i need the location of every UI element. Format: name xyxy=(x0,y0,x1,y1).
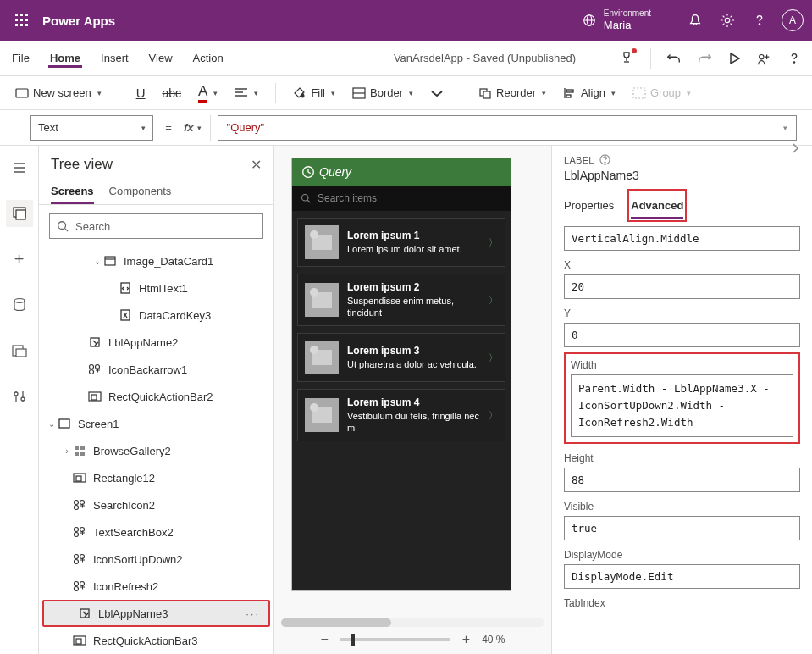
svg-rect-26 xyxy=(566,95,571,97)
tree-item-label: DataCardKey3 xyxy=(139,309,211,322)
tab-screens[interactable]: Screens xyxy=(51,180,94,204)
align-button[interactable]: Align▾ xyxy=(563,86,616,99)
fx-icon[interactable]: fx▾ xyxy=(184,115,211,141)
tree-item-icon xyxy=(88,363,102,376)
settings-icon[interactable] xyxy=(717,10,737,30)
field-x[interactable]: 20 xyxy=(564,274,800,299)
svg-rect-25 xyxy=(566,90,573,92)
app-preview[interactable]: Query Search items Lorem ipsum 1Lorem ip… xyxy=(291,158,511,591)
tree-item-browsegallery2[interactable]: ›BrowseGallery2 xyxy=(39,437,273,464)
redo-icon[interactable] xyxy=(697,51,712,66)
fill-button[interactable]: Fill▾ xyxy=(293,86,335,100)
tree-item-rectquickactionbar2[interactable]: RectQuickActionBar2 xyxy=(39,383,273,410)
text-align-button[interactable]: ▾ xyxy=(235,87,258,99)
environment-name[interactable]: Maria xyxy=(604,19,651,32)
insert-rail-icon[interactable]: + xyxy=(6,246,33,273)
tree-item-icon xyxy=(103,254,117,268)
more-icon[interactable]: ··· xyxy=(246,607,260,620)
help-icon-ribbon[interactable] xyxy=(787,51,802,66)
field-height[interactable]: 88 xyxy=(564,468,800,492)
svg-point-14 xyxy=(760,54,764,58)
tree-item-screen1[interactable]: ⌄Screen1 xyxy=(39,410,273,437)
tree-item-icon xyxy=(73,498,86,512)
label-x: X xyxy=(564,259,800,271)
svg-rect-35 xyxy=(16,349,26,357)
app-launcher-icon[interactable] xyxy=(8,7,36,34)
label-tabindex: TabIndex xyxy=(564,597,800,609)
svg-rect-16 xyxy=(16,89,28,97)
user-avatar[interactable]: A xyxy=(782,9,804,31)
tree-item-datacardkey3[interactable]: DataCardKey3 xyxy=(39,302,273,329)
share-icon[interactable] xyxy=(756,51,771,66)
strikethrough-button[interactable]: abc xyxy=(162,86,181,100)
tab-components[interactable]: Components xyxy=(109,180,172,204)
field-visible[interactable]: true xyxy=(564,516,800,540)
new-screen-button[interactable]: New screen▾ xyxy=(15,86,102,99)
menu-action[interactable]: Action xyxy=(191,48,225,68)
svg-point-62 xyxy=(75,528,79,532)
tree-item-icon xyxy=(78,607,91,620)
tree-item-label: TextSearchBox2 xyxy=(93,526,174,539)
formula-bar: Text▾ = fx▾ "Query" ▾ xyxy=(0,110,812,146)
tree-view-panel: Tree view ✕ Screens Components Search ⌄I… xyxy=(39,146,274,654)
tree-item-image_datacard1[interactable]: ⌄Image_DataCard1 xyxy=(39,247,273,274)
zoom-in-button[interactable]: + xyxy=(462,632,470,647)
tree-item-htmltext1[interactable]: HtmlText1 xyxy=(39,274,273,302)
property-panel: LABEL LblAppName3 Properties Advanced Ve… xyxy=(551,146,812,654)
border-button[interactable]: Border▾ xyxy=(352,86,413,99)
canvas-hscrollbar[interactable] xyxy=(281,618,544,627)
tree-item-rectquickactionbar3[interactable]: RectQuickActionBar3 xyxy=(39,627,273,654)
tab-advanced[interactable]: Advanced xyxy=(631,192,683,219)
field-displaymode[interactable]: DisplayMode.Edit xyxy=(564,564,800,589)
menu-file[interactable]: File xyxy=(10,48,31,68)
preview-icon[interactable] xyxy=(727,52,741,65)
undo-icon[interactable] xyxy=(666,51,682,66)
media-rail-icon[interactable] xyxy=(6,337,33,364)
svg-rect-7 xyxy=(20,24,23,26)
chevron-icon[interactable]: ⌄ xyxy=(46,419,58,429)
field-verticalalign[interactable]: VerticalAlign.Middle xyxy=(564,226,800,251)
zoom-slider[interactable] xyxy=(340,638,450,641)
expand-toolbar-icon[interactable] xyxy=(430,87,444,99)
tree-item-lblappname2[interactable]: LblAppName2 xyxy=(39,329,273,356)
app-checker-icon[interactable] xyxy=(618,50,635,67)
notifications-icon[interactable] xyxy=(685,10,705,30)
tree-item-searchicon2[interactable]: SearchIcon2 xyxy=(39,491,273,518)
tree-search-input[interactable]: Search xyxy=(49,213,263,239)
formula-input[interactable]: "Query" ▾ xyxy=(218,115,797,141)
advanced-tools-rail-icon[interactable] xyxy=(6,383,33,410)
field-y[interactable]: 0 xyxy=(564,323,800,347)
zoom-out-button[interactable]: − xyxy=(320,632,328,647)
tree-item-textsearchbox2[interactable]: TextSearchBox2 xyxy=(39,518,273,546)
label-visible: Visible xyxy=(564,501,800,513)
tree-item-lblappname3[interactable]: LblAppName3··· xyxy=(42,600,270,627)
environment-icon[interactable] xyxy=(582,13,597,28)
data-rail-icon[interactable] xyxy=(6,291,33,319)
svg-rect-5 xyxy=(25,19,28,21)
menu-view[interactable]: View xyxy=(147,48,174,68)
hamburger-icon[interactable] xyxy=(6,154,33,181)
close-icon[interactable]: ✕ xyxy=(251,157,262,173)
environment-label: Environment xyxy=(604,8,651,19)
chevron-right-icon[interactable] xyxy=(790,141,800,155)
tree-item-iconbackarrow1[interactable]: IconBackarrow1 xyxy=(39,356,273,383)
field-width[interactable]: Parent.Width - LblAppName3.X - IconSortU… xyxy=(571,374,793,437)
tree-item-label: IconSortUpDown2 xyxy=(93,553,183,566)
chevron-icon[interactable]: ⌄ xyxy=(91,257,103,266)
font-color-button[interactable]: A▾ xyxy=(198,83,218,103)
tree-item-iconsortupdown2[interactable]: IconSortUpDown2 xyxy=(39,546,273,573)
underline-button[interactable]: U xyxy=(136,86,146,100)
tab-properties[interactable]: Properties xyxy=(564,192,614,219)
svg-rect-23 xyxy=(483,91,490,98)
svg-rect-52 xyxy=(59,419,69,428)
tree-view-rail-icon[interactable] xyxy=(6,200,33,227)
tree-item-iconrefresh2[interactable]: IconRefresh2 xyxy=(39,573,273,600)
property-selector[interactable]: Text▾ xyxy=(30,115,153,141)
menu-home[interactable]: Home xyxy=(48,48,82,68)
help-icon[interactable] xyxy=(749,10,770,30)
reorder-button[interactable]: Reorder▾ xyxy=(478,86,546,99)
menu-insert[interactable]: Insert xyxy=(99,48,130,68)
chevron-icon[interactable]: › xyxy=(61,446,73,456)
svg-rect-55 xyxy=(75,452,79,456)
tree-item-rectangle12[interactable]: Rectangle12 xyxy=(39,464,273,491)
